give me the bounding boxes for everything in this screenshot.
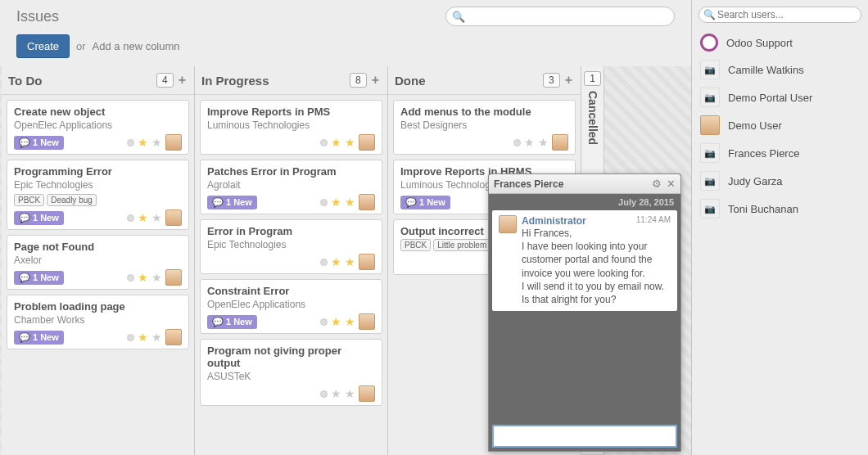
new-badge[interactable]: 💬 1 New <box>207 315 257 329</box>
new-badge[interactable]: 💬 1 New <box>14 331 64 345</box>
add-card-icon[interactable]: + <box>370 73 381 88</box>
new-badge[interactable]: 💬 1 New <box>207 196 257 209</box>
user-item[interactable]: 📷Demo Portal User <box>692 83 868 111</box>
card-title: Improve Reports in PMS <box>207 106 375 118</box>
star-icon[interactable]: ★ <box>345 136 355 149</box>
avatar[interactable] <box>165 269 182 286</box>
chat-title: Frances Pierce <box>494 178 647 190</box>
kanban-card[interactable]: Programming ErrorEpic TechnologiesPBCKDe… <box>7 160 189 230</box>
add-card-icon[interactable]: + <box>563 73 574 88</box>
user-item[interactable]: 📷Frances Pierce <box>692 139 868 167</box>
kanban-column: To Do4+Create new objectOpenElec Applica… <box>2 66 195 455</box>
search-input[interactable] <box>445 7 675 26</box>
user-name: Camille Watkins <box>728 64 804 76</box>
star-icon[interactable]: ★ <box>331 196 341 209</box>
kanban-card[interactable]: Create new objectOpenElec Applications💬 … <box>7 100 189 155</box>
chat-message: Administrator11:24 AM Hi Frances,I have … <box>492 210 677 311</box>
avatar[interactable] <box>359 254 375 270</box>
add-column-link[interactable]: Add a new column <box>93 40 180 52</box>
chat-time: 11:24 AM <box>636 215 671 224</box>
kanban-card[interactable]: Error in ProgramEpic Technologies★★ <box>200 219 382 274</box>
new-badge[interactable]: 💬 1 New <box>14 211 64 225</box>
tag: Deadly bug <box>47 194 97 206</box>
star-icon[interactable]: ★ <box>151 331 162 344</box>
card-title: Patches Error in Program <box>207 165 375 178</box>
user-name: Toni Buchanan <box>728 203 798 215</box>
star-icon[interactable]: ★ <box>345 255 355 268</box>
chat-input[interactable] <box>492 425 677 448</box>
column-title[interactable]: Done <box>395 74 543 88</box>
avatar <box>700 115 720 135</box>
kanban-card[interactable]: Add menus to the moduleBest Designers★★ <box>393 100 576 155</box>
kanban-card[interactable]: Problem loading pageChamber Works💬 1 New… <box>7 295 189 349</box>
avatar <box>499 215 517 233</box>
user-search-input[interactable] <box>698 7 861 23</box>
column-count: 8 <box>350 73 367 88</box>
avatar[interactable] <box>165 329 182 345</box>
column-count: 4 <box>156 73 174 88</box>
star-icon[interactable]: ★ <box>345 196 355 209</box>
star-icon[interactable]: ★ <box>151 136 162 149</box>
star-icon[interactable]: ★ <box>345 387 355 400</box>
kanban-card[interactable]: Improve Reports in PMSLuminous Technolog… <box>200 100 382 155</box>
star-icon[interactable]: ★ <box>151 211 162 224</box>
new-badge[interactable]: 💬 1 New <box>14 271 64 285</box>
star-icon[interactable]: ★ <box>331 387 341 400</box>
star-icon[interactable]: ★ <box>331 136 341 149</box>
add-card-icon[interactable]: + <box>177 73 188 88</box>
card-subtitle: OpenElec Applications <box>14 119 182 131</box>
or-text: or <box>76 40 86 52</box>
star-icon[interactable]: ★ <box>345 315 355 328</box>
avatar[interactable] <box>359 134 375 151</box>
user-name: Demo Portal User <box>728 92 812 104</box>
chat-sender: Administrator <box>522 215 586 227</box>
star-icon[interactable]: ★ <box>138 211 148 224</box>
kanban-card[interactable]: Patches Error in ProgramAgrolait💬 1 New★… <box>200 160 382 214</box>
card-title: Add menus to the module <box>400 106 568 118</box>
user-name: Demo User <box>728 119 782 132</box>
card-subtitle: Best Designers <box>400 119 568 131</box>
star-icon[interactable]: ★ <box>538 136 549 149</box>
avatar[interactable] <box>165 209 182 226</box>
star-icon[interactable]: ★ <box>524 136 535 149</box>
card-subtitle: Chamber Works <box>14 314 182 326</box>
user-item[interactable]: Demo User <box>692 111 868 139</box>
card-title: Page not Found <box>14 241 182 253</box>
user-name: Frances Pierce <box>728 147 799 160</box>
card-title: Constraint Error <box>207 285 375 297</box>
avatar[interactable] <box>359 385 375 402</box>
star-icon[interactable]: ★ <box>331 255 341 268</box>
avatar: 📷 <box>700 143 720 163</box>
star-icon[interactable]: ★ <box>151 271 162 284</box>
star-icon[interactable]: ★ <box>138 136 148 149</box>
kanban-card[interactable]: Page not FoundAxelor💬 1 New★★ <box>7 235 189 290</box>
user-item[interactable]: 📷Toni Buchanan <box>692 195 868 223</box>
close-icon[interactable]: ✕ <box>667 178 676 190</box>
avatar[interactable] <box>165 134 182 151</box>
gear-icon[interactable]: ⚙ <box>652 178 662 190</box>
status-dot <box>320 390 328 398</box>
status-dot <box>320 199 328 206</box>
search-icon: 🔍 <box>703 9 716 20</box>
new-badge[interactable]: 💬 1 New <box>14 136 64 150</box>
search-icon: 🔍 <box>452 11 465 23</box>
avatar[interactable] <box>359 194 375 210</box>
star-icon[interactable]: ★ <box>331 315 341 328</box>
new-badge[interactable]: 💬 1 New <box>400 196 450 209</box>
user-item[interactable]: 📷Camille Watkins <box>692 56 868 83</box>
card-subtitle: Luminous Technologies <box>207 119 375 131</box>
user-item[interactable]: Odoo Support <box>692 29 868 56</box>
column-title[interactable]: In Progress <box>201 74 350 88</box>
kanban-card[interactable]: Program not giving proper outputASUSTeK★… <box>200 339 382 406</box>
kanban-card[interactable]: Constraint ErrorOpenElec Applications💬 1… <box>200 279 382 334</box>
user-item[interactable]: 📷Judy Garza <box>692 167 868 195</box>
avatar[interactable] <box>552 134 568 151</box>
status-dot <box>320 318 328 326</box>
create-button[interactable]: Create <box>16 34 70 58</box>
star-icon[interactable]: ★ <box>138 331 148 344</box>
status-dot <box>127 334 134 341</box>
status-dot <box>127 139 134 146</box>
avatar[interactable] <box>359 313 375 330</box>
star-icon[interactable]: ★ <box>138 271 148 284</box>
column-title[interactable]: To Do <box>8 74 156 88</box>
